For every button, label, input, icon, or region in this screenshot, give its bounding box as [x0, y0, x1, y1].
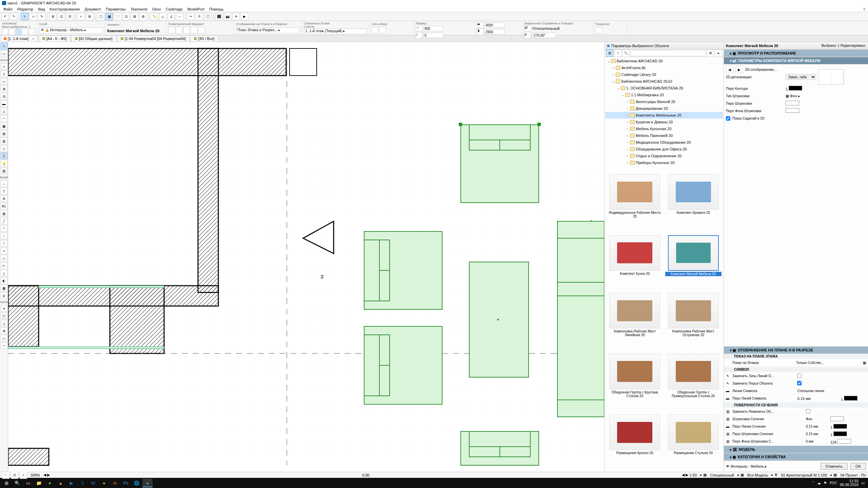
own-dropdown[interactable]: 1. 1-й этаж (Текущий) ▸: [304, 28, 367, 34]
tree-item[interactable]: ›Медицинское Оборудование 20: [605, 139, 723, 146]
t5-button[interactable]: ⊠: [131, 13, 138, 20]
lib-next-button[interactable]: ▸: [715, 49, 722, 57]
word-button[interactable]: W: [88, 479, 98, 487]
ai-button[interactable]: Ai: [110, 479, 120, 487]
help-icon[interactable]: ?: [863, 7, 865, 12]
zoom-in[interactable]: ＋: [20, 471, 27, 479]
tree-item[interactable]: ›Отдых и Оздоровление 20: [605, 152, 723, 159]
wall-tool[interactable]: ▱: [1, 63, 7, 70]
chrome-button[interactable]: 🌐: [132, 479, 142, 487]
menu-teamwork[interactable]: Teamwork: [129, 7, 150, 12]
mirror-icon[interactable]: ⇄: [524, 25, 531, 32]
thumb-item[interactable]: Компоновка Рабочих Мест Островная 20: [665, 293, 722, 352]
tree-item[interactable]: ›Приборы Кухонные 20: [605, 159, 723, 166]
lib-search-button[interactable]: 🔍: [622, 49, 630, 57]
fill-type-dd[interactable]: ▦ Фон ▸: [786, 94, 866, 98]
zoom-out[interactable]: −: [2, 471, 9, 479]
tree-item[interactable]: ›Оборудование для Офиса 20: [605, 146, 723, 152]
arrow-tool-button[interactable]: ↖: [21, 13, 28, 20]
tree-item[interactable]: ›Кушетки и Диваны 20: [605, 119, 723, 125]
ie-tool[interactable]: ◐: [1, 277, 7, 284]
footer-layer-dd[interactable]: Интерьер - Мебель ▸: [731, 464, 767, 468]
sym-rep-pens-check[interactable]: [797, 381, 802, 385]
library-tree[interactable]: ⌄Библиотеки ARCHICAD 20›ArchiFrame.lib›C…: [605, 57, 724, 172]
detail-tool[interactable]: ◎: [1, 292, 7, 299]
lib-tree-button[interactable]: ⊞: [606, 49, 613, 57]
nav-next[interactable]: ▶: [735, 66, 743, 73]
snap-button-2[interactable]: ⊡: [58, 13, 65, 20]
t6-button[interactable]: ⊞: [139, 13, 147, 20]
beam-tool[interactable]: ▭: [1, 78, 7, 85]
camera2-tool[interactable]: ▭: [1, 335, 7, 342]
tree-item[interactable]: ›Cadimage Library 20: [605, 71, 723, 78]
drawing-canvas[interactable]: 04: [8, 42, 604, 472]
dim-tool[interactable]: ↔: [1, 180, 7, 187]
spline-tool[interactable]: ∿: [1, 247, 7, 254]
ruler-button[interactable]: 📏: [151, 13, 158, 20]
app1-button[interactable]: ●: [45, 479, 55, 487]
grid-button[interactable]: ⌗: [77, 13, 85, 20]
anchor-icon[interactable]: [379, 27, 386, 34]
level-tool[interactable]: ▽: [1, 188, 7, 195]
tab-a4[interactable]: [А4 - К - Ф5]: [39, 35, 71, 42]
menu-edit[interactable]: Редактор: [15, 7, 35, 12]
tree-item[interactable]: ›Мебель Кухонная 20: [605, 125, 723, 132]
polyline-tool[interactable]: ⌇: [1, 240, 7, 247]
redo-button[interactable]: ↷: [10, 13, 17, 20]
tray-up-icon[interactable]: ˄: [812, 481, 814, 485]
arrow-icon[interactable]: [2, 28, 8, 35]
app3-button[interactable]: 3: [77, 479, 87, 487]
plan-show-value[interactable]: Только Собстве...: [795, 360, 861, 366]
tray-lang[interactable]: РУС: [830, 481, 837, 485]
system-tray[interactable]: ˄ ☁ ⚑ РУС 11:55 06.08.2018 ▭: [812, 479, 867, 487]
curtain-tool[interactable]: ▥: [1, 138, 7, 144]
tray-cloud-icon[interactable]: ☁: [817, 481, 821, 485]
chair-icon[interactable]: [16, 28, 22, 35]
paste-button[interactable]: 📋: [204, 13, 212, 20]
tab-02[interactable]: [02 Общие данные]: [71, 35, 116, 42]
sym-lines-val[interactable]: Сплошная линия: [796, 388, 839, 394]
tray-notif-icon[interactable]: ▭: [861, 481, 865, 485]
element-name[interactable]: Комплект Мягкой Мебели 20: [107, 29, 164, 33]
hotspot-tool[interactable]: ✕: [1, 305, 7, 312]
stair-tool[interactable]: ▤: [1, 130, 7, 137]
surf-fill-val[interactable]: Фон: [805, 416, 829, 423]
arc-tool[interactable]: ◠: [1, 225, 7, 232]
search-button[interactable]: 🔍: [12, 479, 22, 487]
layer-dropdown[interactable]: 👁 🔒 Интерьер - Мебель ▸: [39, 27, 103, 34]
geo-opt4[interactable]: [191, 27, 197, 34]
size-w-input[interactable]: [423, 26, 443, 31]
camera-button[interactable]: 📷: [224, 13, 231, 20]
menu-design[interactable]: Конструирование: [47, 7, 82, 12]
mode-value[interactable]: Специальный: [710, 473, 734, 477]
size2-h-input[interactable]: [484, 29, 505, 35]
label-tool[interactable]: A1: [1, 203, 7, 209]
thumb-item[interactable]: Обеденная Группа с Прямоугольным Столом …: [665, 354, 722, 413]
floor-icon[interactable]: [29, 28, 35, 35]
close-icon[interactable]: ×: [32, 37, 34, 41]
fill-tool[interactable]: ▨: [1, 210, 7, 217]
tree-item[interactable]: ›ArchiFrame.lib: [605, 64, 723, 71]
angle-button[interactable]: ∠: [167, 13, 175, 20]
menu-document[interactable]: Документ: [83, 7, 103, 12]
cancel-button[interactable]: Отменить: [821, 463, 848, 470]
menu-window[interactable]: Окно: [150, 7, 163, 12]
change-tool[interactable]: △: [1, 320, 7, 327]
model-value[interactable]: Вся Модель: [747, 473, 768, 477]
tree-item[interactable]: ›Мебель Прихожей 20: [605, 132, 723, 139]
menu-file[interactable]: Файл: [1, 7, 15, 12]
drawing-tool[interactable]: ▭: [1, 255, 7, 262]
tree-item[interactable]: ⌄1. ОСНОВНАЯ БИБЛИОТЕКА 20: [605, 85, 723, 92]
tray-flag-icon[interactable]: ⚑: [824, 481, 827, 485]
snap-button-1[interactable]: ⊞: [49, 13, 57, 20]
tree-item[interactable]: ›Декорирование 20: [605, 105, 723, 112]
ps-button[interactable]: Ps: [121, 479, 131, 487]
cut-button[interactable]: ✂: [187, 13, 195, 20]
section-tool[interactable]: ⊢: [1, 262, 7, 269]
geo-opt5[interactable]: [198, 27, 205, 34]
proj-value[interactable]: 04 Проект - Пл: [840, 473, 866, 477]
geo-opt2[interactable]: [176, 27, 182, 34]
thumb-item[interactable]: Обеденная Группа с Круглым Столом 20: [607, 354, 663, 413]
figure-tool[interactable]: ▢: [1, 312, 7, 319]
section-plan-display[interactable]: ▾ ▦ ОТОБРАЖЕНИЕ НА ПЛАНЕ И В РАЗРЕЗЕ: [724, 346, 868, 354]
